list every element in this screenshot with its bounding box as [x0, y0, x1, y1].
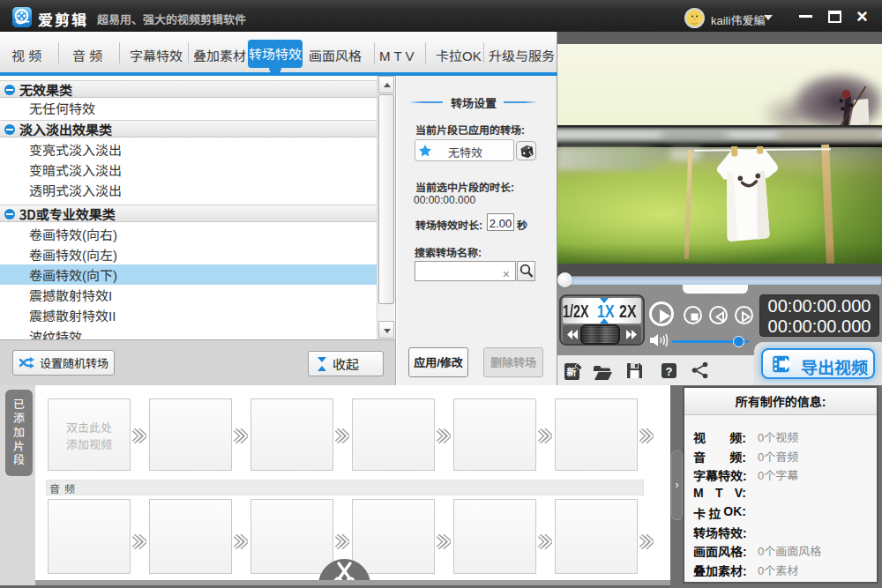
- svg-text:?: ?: [666, 365, 673, 378]
